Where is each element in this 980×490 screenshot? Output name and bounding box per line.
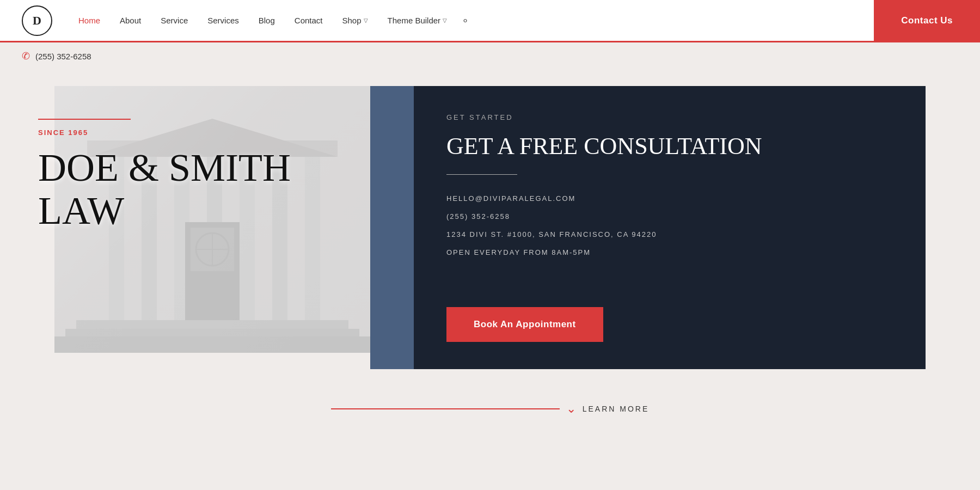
theme-builder-chevron: ▽	[443, 17, 447, 23]
blue-strip	[370, 86, 414, 369]
phone-icon: ✆	[22, 50, 30, 62]
nav-item-services[interactable]: Services	[198, 16, 249, 25]
learn-more-label[interactable]: LEARN MORE	[583, 405, 650, 413]
phone-number: (255) 352-6258	[35, 52, 91, 61]
svg-rect-11	[65, 329, 359, 336]
nav-item-about[interactable]: About	[110, 16, 151, 25]
nav-item-contact[interactable]: Contact	[285, 16, 333, 25]
nav-item-theme-builder[interactable]: Theme Builder ▽	[378, 16, 457, 25]
contact-address: 1234 DIVI ST. #1000, SAN FRANCISCO, CA 9…	[446, 230, 893, 238]
main-nav: Home About Service Services Blog Contact…	[69, 15, 958, 27]
svg-rect-9	[305, 157, 320, 320]
hero-right: GET STARTED GET A FREE CONSULTATION HELL…	[370, 86, 926, 369]
phone-bar: ✆ (255) 352-6258	[0, 42, 980, 70]
since-line	[38, 119, 131, 120]
nav-item-home[interactable]: Home	[69, 16, 110, 25]
contact-info: HELLO@DIVIPARALEGAL.COM (255) 352-6258 1…	[446, 194, 893, 256]
nav-item-blog[interactable]: Blog	[249, 16, 285, 25]
learn-more-chevron-icon: ⌄	[566, 402, 576, 416]
nav-item-shop[interactable]: Shop ▽	[333, 16, 378, 25]
hero-left: SINCE 1965 DOE & SMITH LAW	[54, 86, 370, 369]
contact-email: HELLO@DIVIPARALEGAL.COM	[446, 194, 893, 203]
firm-name-line2: LAW	[38, 189, 124, 232]
learn-more-line	[331, 408, 560, 409]
firm-name-line1: DOE & SMITH	[38, 146, 291, 189]
contact-us-button[interactable]: Contact Us	[874, 0, 980, 41]
shop-chevron: ▽	[364, 17, 368, 23]
logo-letter: D	[33, 14, 41, 28]
learn-more-section: ⌄ LEARN MORE	[0, 385, 980, 427]
law-firm-name: DOE & SMITH LAW	[38, 146, 291, 232]
get-started-label: GET STARTED	[446, 113, 893, 121]
header: D Home About Service Services Blog Conta…	[0, 0, 980, 42]
nav-item-service[interactable]: Service	[151, 16, 198, 25]
logo[interactable]: D	[22, 5, 52, 36]
hero-section: SINCE 1965 DOE & SMITH LAW GET STARTED G…	[54, 86, 926, 369]
hero-text-overlay: SINCE 1965 DOE & SMITH LAW	[38, 119, 291, 232]
consultation-content: GET STARTED GET A FREE CONSULTATION HELL…	[414, 86, 926, 369]
search-icon[interactable]: ⚬	[461, 15, 469, 27]
contact-hours: OPEN EVERYDAY FROM 8AM-5PM	[446, 248, 893, 256]
consultation-title: GET A FREE CONSULTATION	[446, 132, 893, 161]
svg-rect-12	[54, 336, 370, 353]
contact-phone: (255) 352-6258	[446, 212, 893, 220]
book-appointment-button[interactable]: Book An Appointment	[446, 307, 603, 342]
since-label: SINCE 1965	[38, 128, 291, 137]
divider-line	[446, 174, 517, 175]
svg-rect-10	[76, 320, 348, 329]
